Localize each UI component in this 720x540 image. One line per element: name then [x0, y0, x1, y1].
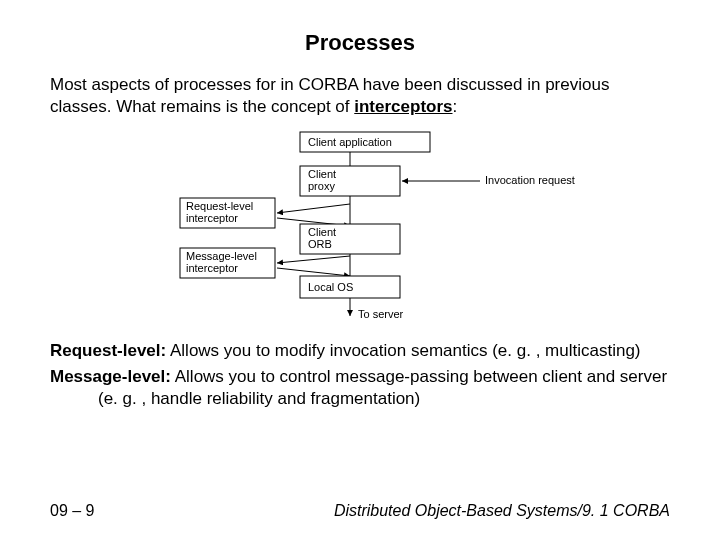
- label-local-os: Local OS: [308, 281, 353, 293]
- intro-underlined: interceptors: [354, 97, 452, 116]
- def-message-label: Message-level:: [50, 367, 171, 386]
- label-client-orb-l1: Client: [308, 226, 336, 238]
- def-request-text: Allows you to modify invocation semantic…: [166, 341, 640, 360]
- def-request-label: Request-level:: [50, 341, 166, 360]
- label-req-int-l1: Request-level: [186, 200, 253, 212]
- page-title: Processes: [50, 30, 670, 56]
- interceptor-diagram: Client application Client proxy Invocati…: [140, 126, 580, 326]
- slide: Processes Most aspects of processes for …: [0, 0, 720, 540]
- def-message-level: Message-level: Allows you to control mes…: [50, 366, 670, 410]
- footer-page-number: 09 – 9: [50, 502, 94, 520]
- footer-course: Distributed Object-Based Systems/9. 1 CO…: [334, 502, 670, 520]
- msg-int-arrow-out: [277, 268, 350, 276]
- label-msg-int-l2: interceptor: [186, 262, 238, 274]
- label-msg-int-l1: Message-level: [186, 250, 257, 262]
- footer: 09 – 9 Distributed Object-Based Systems/…: [50, 502, 670, 520]
- def-message-text: Allows you to control message-passing be…: [98, 367, 667, 408]
- label-client-proxy-l2: proxy: [308, 180, 335, 192]
- intro-text-pre: Most aspects of processes for in CORBA h…: [50, 75, 609, 116]
- msg-int-arrow-in: [277, 256, 350, 263]
- label-req-int-l2: interceptor: [186, 212, 238, 224]
- label-client-orb-l2: ORB: [308, 238, 332, 250]
- definitions: Request-level: Allows you to modify invo…: [50, 340, 670, 410]
- label-to-server: To server: [358, 308, 404, 320]
- def-request-level: Request-level: Allows you to modify invo…: [50, 340, 670, 362]
- label-client-proxy-l1: Client: [308, 168, 336, 180]
- label-invocation: Invocation request: [485, 174, 575, 186]
- intro-text-post: :: [453, 97, 458, 116]
- diagram-container: Client application Client proxy Invocati…: [50, 126, 670, 326]
- label-client-app: Client application: [308, 136, 392, 148]
- req-int-arrow-in: [277, 204, 350, 213]
- intro-paragraph: Most aspects of processes for in CORBA h…: [50, 74, 670, 118]
